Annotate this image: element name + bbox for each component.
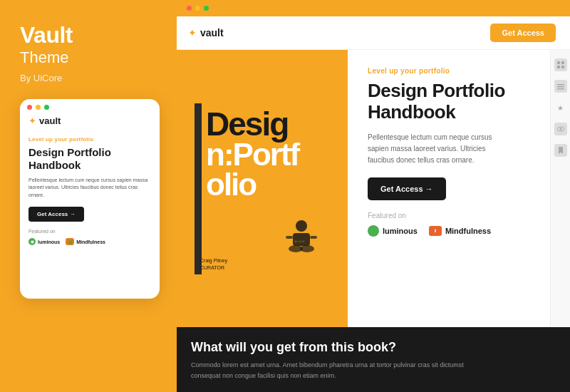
svg-text:ab cd ef: ab cd ef <box>294 239 305 243</box>
mobile-heading: Design Portfolio Handbook <box>28 146 151 172</box>
logo-luminous-item: luminous <box>368 225 418 237</box>
sidebar-icon-bookmark[interactable] <box>554 144 567 157</box>
dot-green-icon <box>44 105 49 110</box>
luminous-icon <box>28 238 36 245</box>
mobile-top-bar <box>20 99 160 115</box>
bottom-heading: What will you get from this book? <box>191 340 556 355</box>
svg-rect-4 <box>310 236 317 239</box>
svg-rect-3 <box>286 236 293 239</box>
hero-image-area: Desig n:Portf olio <box>177 50 348 327</box>
right-panel: ✦ vault Get Access Desig n:Portf olio <box>177 0 570 392</box>
svg-rect-9 <box>561 61 564 64</box>
svg-point-0 <box>31 240 33 243</box>
book-subtitle-big: n:Portf olio <box>195 140 330 200</box>
logo-mindfulness: 🌿 Mindfulness <box>66 238 105 245</box>
desktop-topbar <box>177 0 570 16</box>
mobile-get-access-button[interactable]: Get Access → <box>28 207 84 222</box>
mobile-tagline: Level up your portfolio <box>28 136 151 143</box>
hero-featured-label: Featured on <box>368 212 536 220</box>
desktop-nav: ✦ vault Get Access <box>177 16 570 50</box>
svg-point-1 <box>296 220 307 232</box>
hero-logos: luminous Mindfulness <box>368 225 536 237</box>
desktop-get-access-button[interactable]: Get Access <box>490 24 556 42</box>
dt-dot-green-icon <box>204 6 209 11</box>
mobile-mockup: ✦ vault Level up your portfolio Design P… <box>20 99 160 299</box>
svg-rect-8 <box>557 61 560 64</box>
svg-point-16 <box>559 128 561 130</box>
svg-rect-11 <box>561 66 564 68</box>
luminous-logo-icon <box>368 225 379 237</box>
svg-rect-13 <box>557 86 564 88</box>
svg-rect-12 <box>557 84 564 86</box>
brand-title: Vault <box>20 23 73 48</box>
svg-rect-14 <box>557 88 564 90</box>
desktop-logo-text: vault <box>200 27 224 38</box>
dot-red-icon <box>27 105 32 110</box>
sidebar-icon-eye[interactable] <box>554 123 567 135</box>
logo-luminous: luminous <box>28 238 60 245</box>
desktop-nav-left: ✦ vault <box>188 27 224 38</box>
hero-get-access-button[interactable]: Get Access → <box>368 177 446 200</box>
bottom-section: What will you get from this book? Commod… <box>177 327 570 392</box>
mobile-content: Level up your portfolio Design Portfolio… <box>20 130 160 256</box>
svg-rect-10 <box>557 66 560 68</box>
book-cover: Desig n:Portf olio <box>195 103 330 274</box>
bottom-body: Commodo lorem est amet urna. Amet bibend… <box>191 360 490 381</box>
hero-text-area: Level up your portfolio Design Portfolio… <box>348 50 550 327</box>
brand-subtitle: Theme <box>20 48 68 68</box>
book-person-figure: ab cd ef <box>280 217 323 267</box>
dot-yellow-icon <box>36 105 41 110</box>
mobile-logo-star-icon: ✦ <box>28 115 36 126</box>
dt-dot-red-icon <box>187 6 192 11</box>
book-spine-icon <box>195 103 202 274</box>
sidebar-icon-star[interactable]: ★ <box>554 101 567 114</box>
book-small-text: Craig Pitney CURATOR <box>200 257 227 272</box>
right-main-content: ✦ vault Get Access Desig n:Portf olio <box>177 16 570 392</box>
hero-heading: Design Portfolio Handbook <box>368 81 536 123</box>
hero-body: Pellentesque lectum cum neque cursus sap… <box>368 132 510 166</box>
book-title-big: Desig <box>195 103 330 140</box>
hero-tagline: Level up your portfolio <box>368 67 536 75</box>
logo-mindfulness-item: Mindfulness <box>429 226 491 236</box>
left-panel: Vault Theme By UiCore ✦ vault Level up y… <box>0 0 177 392</box>
mobile-body: Pellentesque lectum cum neque cursus sap… <box>28 177 151 200</box>
dt-dot-yellow-icon <box>195 6 200 11</box>
mobile-logos: luminous 🌿 Mindfulness <box>28 238 151 245</box>
sidebar-icon-grid[interactable] <box>554 58 567 71</box>
desktop-sidebar: ★ <box>550 50 570 327</box>
mobile-nav: ✦ vault <box>20 115 160 130</box>
mobile-logo-text: vault <box>39 115 61 126</box>
sidebar-icon-list[interactable] <box>554 80 567 93</box>
svg-point-6 <box>300 245 314 252</box>
desktop-logo-star-icon: ✦ <box>188 27 197 38</box>
desktop-hero: Desig n:Portf olio <box>177 50 570 327</box>
mindfulness-icon: 🌿 <box>66 238 74 245</box>
mobile-featured-label: Featured on <box>28 229 151 234</box>
mindfulness-logo-icon <box>429 226 442 236</box>
brand-by: By UiCore <box>20 73 62 83</box>
